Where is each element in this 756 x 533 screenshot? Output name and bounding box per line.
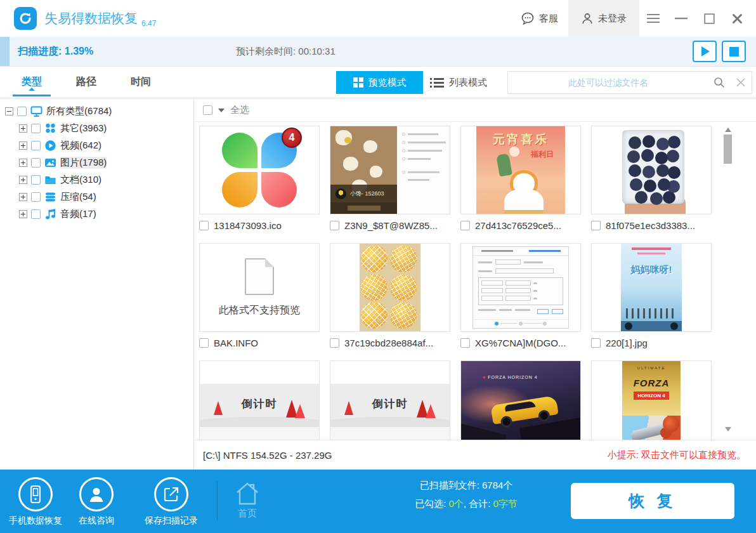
tree-item-all-types[interactable]: 所有类型(6784)	[0, 103, 193, 120]
expand-icon[interactable]	[19, 176, 27, 184]
menu-button[interactable]	[639, 0, 667, 37]
file-checkbox[interactable]	[591, 221, 601, 230]
scrollbar-thumb[interactable]	[724, 135, 732, 164]
home-button[interactable]: 首页	[233, 481, 261, 520]
file-name: 81f075e1ec3d3383...	[606, 220, 695, 231]
app-version: 6.47	[141, 19, 156, 28]
preview-grid-panel: 全选 4 1318473093.ico	[195, 99, 756, 440]
chevron-down-icon[interactable]	[218, 109, 225, 115]
chat-bubble-icon	[521, 12, 535, 25]
file-thumbnail[interactable]: 小馋- 152603	[330, 126, 450, 214]
qq-screenshot-preview: 小馋- 152603	[330, 126, 450, 214]
image-icon	[44, 157, 56, 169]
scroll-up-icon[interactable]	[725, 124, 731, 132]
file-thumbnail[interactable]	[591, 126, 712, 214]
file-checkbox[interactable]	[460, 338, 470, 348]
resume-scan-button[interactable]	[693, 41, 717, 62]
tree-checkbox[interactable]	[31, 192, 41, 202]
file-thumbnail[interactable]: ■ FORZA HORIZON 4	[460, 360, 581, 440]
preview-mode-button[interactable]: 预览模式	[336, 71, 423, 94]
computer-icon	[30, 105, 42, 117]
tab-bar: 类型 路径 时间	[18, 67, 155, 98]
save-scan-record-button[interactable]: 保存扫描记录	[145, 477, 198, 527]
tree-item-document[interactable]: 文档(310)	[0, 171, 193, 188]
tree-checkbox[interactable]	[31, 141, 41, 150]
select-all-checkbox[interactable]	[203, 105, 212, 115]
divider	[217, 481, 218, 520]
document-icon	[245, 258, 274, 295]
collapse-icon[interactable]	[5, 107, 13, 115]
expand-icon[interactable]	[19, 124, 27, 133]
stop-scan-button[interactable]	[722, 41, 746, 62]
file-thumbnail[interactable]: 倒计时	[199, 360, 320, 440]
user-icon	[581, 12, 594, 25]
file-name: XG%7CNA]M(DGO...	[475, 338, 566, 348]
file-thumbnail[interactable]: 元宵喜乐 福利日	[460, 126, 581, 214]
expand-icon[interactable]	[19, 159, 27, 167]
file-checkbox[interactable]	[591, 338, 601, 348]
tree-checkbox[interactable]	[31, 209, 41, 219]
search-icon[interactable]	[708, 77, 730, 88]
file-card-grid: 4 1318473093.ico	[195, 122, 756, 440]
blueberries-preview	[592, 126, 711, 214]
remaining-time-text: 预计剩余时间: 00:10:31	[236, 46, 336, 58]
customer-service-button[interactable]: 客服	[511, 0, 568, 37]
scan-statistics: 已扫描到文件: 6784个 已勾选: 0个, 合计: 0字节	[358, 480, 574, 510]
maximize-button[interactable]	[695, 0, 723, 37]
titlebar: 失易得数据恢复 6.47 客服	[0, 0, 756, 37]
file-name: Z3N9_$8T@8WZ85...	[344, 220, 438, 231]
file-card: 小馋- 152603	[330, 126, 455, 237]
scroll-down-icon[interactable]	[725, 427, 731, 435]
video-icon	[44, 140, 56, 152]
file-checkbox[interactable]	[460, 221, 470, 230]
list-mode-button[interactable]: 列表模式	[430, 71, 487, 94]
expand-icon[interactable]	[19, 193, 27, 201]
file-thumbnail[interactable]: 此格式不支持预览	[199, 243, 320, 332]
tree-checkbox[interactable]	[17, 107, 27, 116]
file-checkbox[interactable]	[199, 221, 209, 230]
clear-search-icon[interactable]	[730, 78, 752, 87]
home-icon	[233, 481, 261, 506]
app-logo-icon	[14, 7, 37, 30]
file-card: ULTIMATE FORZA HORIZON 4	[591, 360, 717, 440]
expand-icon[interactable]	[19, 210, 27, 218]
tree-item-audio[interactable]: 音频(17)	[0, 206, 193, 223]
file-checkbox[interactable]	[330, 221, 339, 230]
filename-filter-input[interactable]	[508, 77, 708, 88]
tree-checkbox[interactable]	[31, 175, 41, 185]
file-thumbnail[interactable]: 妈妈咪呀!	[591, 243, 712, 332]
file-thumbnail[interactable]	[330, 243, 450, 332]
tree-item-archive[interactable]: 压缩(54)	[0, 188, 193, 206]
login-status-button[interactable]: 未登录	[568, 0, 639, 37]
file-thumbnail[interactable]: 倒计时	[330, 360, 450, 440]
scrollbar[interactable]	[724, 124, 733, 435]
tab-type[interactable]: 类型	[18, 73, 46, 91]
expand-icon[interactable]	[19, 141, 27, 150]
online-consult-button[interactable]: 在线咨询	[79, 477, 114, 527]
dialog-screenshot-preview	[472, 246, 569, 329]
file-thumbnail[interactable]	[460, 243, 581, 332]
selected-count: 已勾选: 0个, 合计: 0字节	[358, 498, 574, 510]
app-window: 失易得数据恢复 6.47 客服	[0, 0, 756, 533]
music-icon	[44, 208, 56, 220]
file-checkbox[interactable]	[199, 338, 209, 348]
list-view-icon	[434, 78, 444, 88]
scan-progress-bar: 扫描进度: 1.39% 预计剩余时间: 00:10:31	[0, 37, 756, 67]
tree-item-video[interactable]: 视频(642)	[0, 137, 193, 154]
recover-button[interactable]: 恢 复	[571, 483, 734, 519]
tab-path[interactable]: 路径	[72, 73, 100, 91]
tree-item-other[interactable]: 其它(3963)	[0, 120, 193, 137]
play-icon	[701, 46, 710, 56]
tab-time[interactable]: 时间	[127, 73, 155, 91]
close-button[interactable]	[723, 0, 751, 37]
file-card: 元宵喜乐 福利日 27d413c76529ce5...	[460, 126, 586, 237]
file-checkbox[interactable]	[330, 338, 339, 348]
file-thumbnail[interactable]: ULTIMATE FORZA HORIZON 4	[591, 360, 712, 440]
flower-icon-preview: 4	[222, 133, 297, 207]
tree-checkbox[interactable]	[31, 124, 41, 133]
file-thumbnail[interactable]: 4	[199, 126, 320, 214]
tree-item-image[interactable]: 图片(1798)	[0, 154, 193, 171]
phone-recovery-button[interactable]: 手机数据恢复	[9, 477, 62, 527]
tree-checkbox[interactable]	[31, 158, 41, 168]
minimize-button[interactable]	[667, 0, 695, 37]
